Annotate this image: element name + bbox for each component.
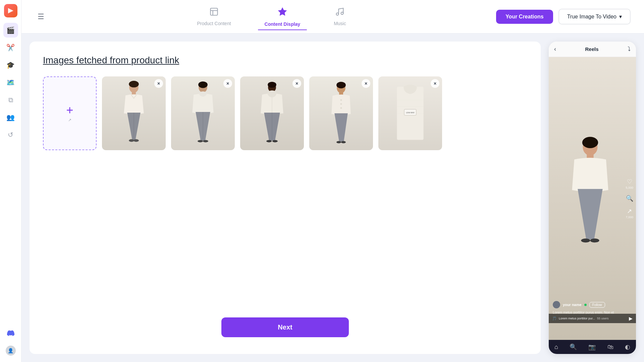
phone-video-bg xyxy=(549,57,636,340)
close-button-3[interactable]: × xyxy=(292,79,301,88)
title-prefix: Images fetched from xyxy=(43,55,131,65)
app-logo[interactable] xyxy=(4,4,17,17)
heart-icon: ♡ xyxy=(627,178,632,185)
sidebar-item-discord[interactable] xyxy=(3,326,18,341)
phone-back-button[interactable]: ‹ xyxy=(554,46,556,53)
image-card-3: × xyxy=(240,76,304,150)
image-card-2: × xyxy=(171,76,235,150)
phone-mockup: ‹ Reels ⤵ xyxy=(549,42,636,354)
svg-point-7 xyxy=(129,139,134,142)
content-display-label: Content Display xyxy=(265,21,301,27)
music-label: Music xyxy=(334,21,346,26)
svg-point-4 xyxy=(129,81,139,87)
phone-shop-icon[interactable]: 🛍 xyxy=(607,344,613,351)
phone-save-icon[interactable]: ⤵ xyxy=(628,46,631,53)
sidebar-item-map[interactable]: 🗺️ xyxy=(3,75,18,90)
plus-icon: + xyxy=(66,104,73,116)
nav-item-product-content[interactable]: Product Content xyxy=(190,4,237,29)
svg-point-21 xyxy=(272,140,278,142)
collab-icon: 🎵 xyxy=(552,316,557,321)
garment-figure-2 xyxy=(171,76,235,150)
svg-point-39 xyxy=(581,239,590,243)
svg-point-29 xyxy=(341,141,346,143)
close-button-5[interactable]: × xyxy=(431,79,439,88)
svg-point-26 xyxy=(340,103,342,105)
phone-search-icon[interactable]: 🔍 xyxy=(626,195,633,202)
collab-action-icon: ▶ xyxy=(629,316,633,321)
image-card-4: × xyxy=(309,76,373,150)
panel-title: Images fetched from product link xyxy=(43,55,527,66)
next-btn-container: Next xyxy=(43,311,527,341)
svg-point-27 xyxy=(340,107,342,109)
nav-item-music[interactable]: Music xyxy=(327,4,353,29)
garment-figure-3 xyxy=(240,76,304,150)
right-panel: ‹ Reels ⤵ xyxy=(549,42,636,354)
phone-content: ♡ 5,000 🔍 ↗ 7,000 xyxy=(549,57,636,340)
true-image-label: True Image To Video xyxy=(567,14,616,20)
collab-text: Lorem metus porttitor pur... xyxy=(559,317,595,320)
close-button-4[interactable]: × xyxy=(362,79,370,88)
sidebar-item-tools[interactable]: ✂️ xyxy=(3,40,18,55)
collab-users: 55 users xyxy=(597,317,609,320)
garment-figure-4 xyxy=(309,76,373,150)
phone-like-icon[interactable]: ♡ 5,000 xyxy=(626,178,633,189)
svg-point-14 xyxy=(203,140,208,142)
phone-right-icons: ♡ 5,000 🔍 ↗ 7,000 xyxy=(626,178,633,219)
close-button-1[interactable]: × xyxy=(154,79,163,88)
phone-search-bottom-icon[interactable]: 🔍 xyxy=(570,343,577,351)
nav-item-content-display[interactable]: Content Display xyxy=(258,4,307,29)
search-icon: 🔍 xyxy=(626,195,633,202)
svg-point-13 xyxy=(198,140,203,142)
main-content-wrapper: Images fetched from product link + ↗ × xyxy=(43,55,527,311)
svg-rect-0 xyxy=(210,8,217,15)
garment-figure-5: LENA MAR xyxy=(378,76,442,150)
online-indicator xyxy=(584,304,587,306)
header-right: Your Creations True Image To Video ▾ xyxy=(496,9,631,24)
garment-figure-1 xyxy=(102,76,166,150)
image-card-1: × xyxy=(102,76,166,150)
close-button-2[interactable]: × xyxy=(223,79,232,88)
svg-point-37 xyxy=(582,137,598,148)
phone-bottom-bar: ⌂ 🔍 📷 🛍 ◐ xyxy=(549,340,636,354)
phone-profile-icon[interactable]: ◐ xyxy=(625,343,630,351)
sidebar-item-account[interactable]: 👤 xyxy=(3,343,18,358)
phone-camera-icon[interactable]: 📷 xyxy=(588,343,596,351)
phone-user-row: your name Follow xyxy=(553,301,619,308)
sidebar: 🎬 ✂️ 🎓 🗺️ ⧉ 👥 ↺ 👤 xyxy=(0,0,21,362)
content-display-icon xyxy=(277,6,288,19)
sidebar-item-video-edit[interactable]: 🎬 xyxy=(3,23,18,38)
phone-share-icon[interactable]: ↗ 7,000 xyxy=(626,207,633,219)
sidebar-item-layers[interactable]: ⧉ xyxy=(3,93,18,107)
svg-point-2 xyxy=(341,12,343,14)
music-icon xyxy=(335,7,344,19)
dropdown-icon: ▾ xyxy=(619,13,622,20)
phone-follow-button[interactable]: Follow xyxy=(589,302,605,308)
your-creations-button[interactable]: Your Creations xyxy=(496,10,553,24)
title-link[interactable]: product link xyxy=(131,55,179,65)
image-grid: + ↗ × xyxy=(43,76,527,150)
product-content-label: Product Content xyxy=(197,21,231,26)
svg-point-28 xyxy=(336,141,341,143)
image-card-5: × LENA MAR xyxy=(378,76,442,150)
sidebar-item-users[interactable]: 👥 xyxy=(3,110,18,125)
svg-point-10 xyxy=(198,81,208,88)
sidebar-item-history[interactable]: ↺ xyxy=(3,127,18,142)
add-image-button[interactable]: + ↗ xyxy=(43,76,97,150)
svg-point-8 xyxy=(133,139,139,142)
next-button[interactable]: Next xyxy=(221,317,349,337)
main-wrapper: ☰ Product Content Content Display xyxy=(21,0,644,362)
phone-username: your name xyxy=(563,303,582,307)
sidebar-item-graduation[interactable]: 🎓 xyxy=(3,58,18,72)
true-image-button[interactable]: True Image To Video ▾ xyxy=(558,9,631,24)
svg-point-23 xyxy=(336,82,346,88)
content-area: Images fetched from product link + ↗ × xyxy=(21,34,644,362)
phone-home-icon[interactable]: ⌂ xyxy=(554,344,558,351)
header: ☰ Product Content Content Display xyxy=(21,0,644,34)
hamburger-menu[interactable]: ☰ xyxy=(35,10,47,24)
share-count: 7,000 xyxy=(626,216,633,219)
cursor-indicator: ↗ xyxy=(68,118,71,122)
svg-text:LENA MAR: LENA MAR xyxy=(406,112,415,114)
product-content-icon xyxy=(209,7,219,19)
share-icon: ↗ xyxy=(627,207,632,215)
svg-point-20 xyxy=(266,140,272,142)
